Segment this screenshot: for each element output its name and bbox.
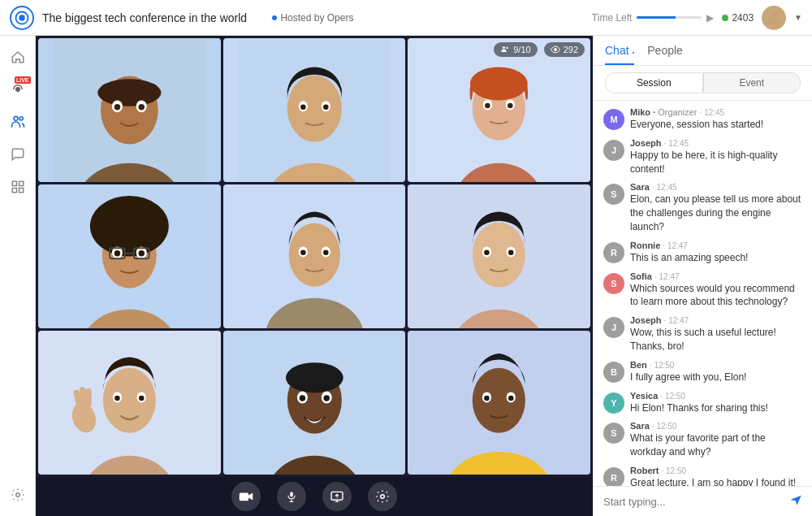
message-avatar: S <box>603 184 624 205</box>
screen-share-button[interactable] <box>322 482 352 511</box>
send-button[interactable] <box>789 493 802 509</box>
message-text: Elon, can you please tell us more about … <box>630 193 802 233</box>
video-cell-3[interactable] <box>408 38 590 182</box>
svg-point-59 <box>473 223 525 288</box>
avatar-dropdown[interactable]: ▼ <box>794 13 802 22</box>
chat-message: B Ben · 12:50 I fully agree with you, El… <box>603 360 802 384</box>
message-avatar: R <box>603 242 624 263</box>
hosted-badge: Hosted by Opers <box>272 12 353 24</box>
chat-input-area <box>594 486 812 516</box>
chat-message: S Sofia · 12:47 Which sources would you … <box>603 271 802 310</box>
message-text: Hi Elon! Thanks for sharing this! <box>630 401 802 415</box>
header: The biggest tech conference in the world… <box>0 0 812 36</box>
video-cell-8[interactable] <box>223 331 406 475</box>
video-cell-5[interactable] <box>223 184 406 328</box>
message-avatar: R <box>603 467 624 486</box>
message-text: This is an amazing speech! <box>630 251 802 265</box>
video-cell-2[interactable] <box>223 38 406 182</box>
video-cell-6[interactable] <box>408 184 590 328</box>
user-avatar[interactable] <box>762 6 786 30</box>
message-time: · 12:47 <box>654 272 680 281</box>
message-author: Robert · 12:50 <box>630 466 802 475</box>
message-content: Joseph · 12:45 Happy to be here, it is h… <box>630 138 802 176</box>
viewer-dot <box>722 15 728 21</box>
tab-people[interactable]: People <box>647 44 683 65</box>
chat-panel: Chat • People Session Event M Miko · Org… <box>593 36 812 516</box>
video-area: 9/10 292 <box>36 36 593 516</box>
svg-point-33 <box>470 67 528 100</box>
video-cell-9[interactable] <box>408 331 590 475</box>
svg-point-85 <box>473 368 525 433</box>
video-header: 9/10 292 <box>494 42 585 57</box>
sidebar-item-live[interactable]: LIVE <box>3 75 32 104</box>
svg-point-62 <box>484 250 490 256</box>
tab-session[interactable]: Session <box>605 72 703 93</box>
svg-point-25 <box>287 76 341 142</box>
viewer-count: 2403 <box>722 12 754 24</box>
svg-point-37 <box>508 103 513 109</box>
svg-point-10 <box>15 493 19 497</box>
sidebar-item-people[interactable] <box>3 107 32 137</box>
expand-icon[interactable]: ▶ <box>706 12 714 24</box>
message-author: Joseph · 12:47 <box>630 315 802 325</box>
message-text: Great lecture, I am so happy I found it! <box>630 476 802 486</box>
viewer-number: 2403 <box>732 12 754 24</box>
video-cell-4[interactable] <box>38 184 221 328</box>
message-text: Wow, this is such a useful lecture! Than… <box>630 326 802 353</box>
chat-input[interactable] <box>603 496 783 508</box>
chat-message: Y Yesica · 12:50 Hi Elon! Thanks for sha… <box>603 391 802 415</box>
svg-point-69 <box>114 396 120 401</box>
message-time: · 12:47 <box>663 241 688 250</box>
chat-message: R Ronnie · 12:47 This is an amazing spee… <box>603 241 802 265</box>
message-content: Sofia · 12:47 Which sources would you re… <box>630 271 802 310</box>
chat-notification-dot: • <box>632 49 634 56</box>
sidebar-item-home[interactable] <box>3 42 32 72</box>
message-text: Everyone, session has started! <box>630 118 802 132</box>
message-time: · 12:50 <box>660 392 685 401</box>
chat-message: J Joseph · 12:47 Wow, this is such a use… <box>603 315 802 353</box>
chat-message: M Miko · Organizer · 12:45 Everyone, ses… <box>603 107 802 132</box>
svg-point-21 <box>139 104 145 110</box>
sidebar-item-grid[interactable] <box>3 172 32 202</box>
live-badge: LIVE <box>15 76 31 84</box>
svg-rect-7 <box>19 181 23 185</box>
video-cell-1[interactable] <box>38 38 221 182</box>
svg-point-66 <box>103 368 156 433</box>
svg-point-20 <box>114 104 120 110</box>
sidebar: LIVE <box>0 36 36 516</box>
svg-point-4 <box>14 116 18 120</box>
camera-button[interactable] <box>231 482 261 511</box>
message-time: · 12:45 <box>664 139 689 148</box>
svg-point-13 <box>554 49 556 51</box>
message-author: Joseph · 12:45 <box>630 138 802 148</box>
svg-point-63 <box>508 250 514 256</box>
message-content: Sara · 12:50 What is your favorite part … <box>630 421 802 459</box>
video-cell-7[interactable] <box>38 331 221 475</box>
svg-point-98 <box>381 495 385 499</box>
svg-point-44 <box>114 250 120 256</box>
video-controls <box>36 477 593 516</box>
message-avatar: J <box>603 317 624 338</box>
message-text: Which sources would you recommend to lea… <box>630 282 802 310</box>
svg-rect-92 <box>290 492 293 496</box>
mic-button[interactable] <box>277 482 306 511</box>
svg-point-89 <box>508 396 514 401</box>
viewers-count: 292 <box>564 45 578 54</box>
settings-button[interactable] <box>368 482 397 511</box>
sidebar-item-settings[interactable] <box>3 480 32 509</box>
message-author: Sara · 12:45 <box>630 182 802 192</box>
svg-point-28 <box>300 105 306 111</box>
svg-point-12 <box>506 47 508 50</box>
sidebar-item-chat[interactable] <box>3 140 32 169</box>
app-logo[interactable] <box>10 6 34 30</box>
chat-message: J Joseph · 12:45 Happy to be here, it is… <box>603 138 802 176</box>
svg-point-45 <box>139 250 145 256</box>
tab-chat[interactable]: Chat • <box>605 44 634 65</box>
tab-event[interactable]: Event <box>703 72 801 93</box>
participants-count: 9/10 <box>513 45 530 54</box>
svg-rect-91 <box>240 493 248 501</box>
message-avatar: J <box>603 140 624 161</box>
time-left-label: Time Left <box>592 12 633 24</box>
message-content: Sara · 12:45 Elon, can you please tell u… <box>630 182 802 233</box>
chat-messages: M Miko · Organizer · 12:45 Everyone, ses… <box>594 101 812 486</box>
